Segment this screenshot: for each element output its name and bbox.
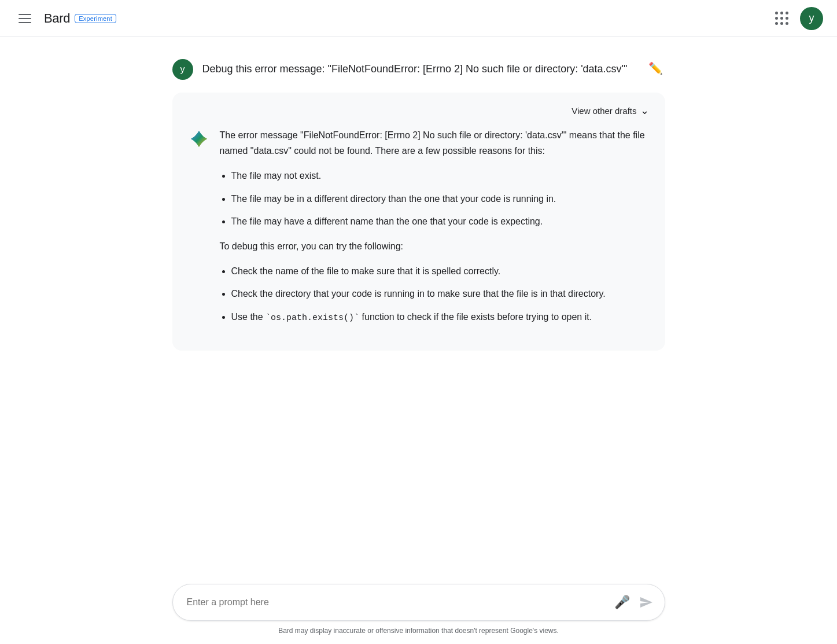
experiment-badge: Experiment bbox=[75, 14, 116, 23]
edit-icon[interactable]: ✏️ bbox=[646, 59, 665, 78]
send-icon bbox=[639, 595, 653, 609]
user-avatar: y bbox=[172, 59, 193, 80]
view-other-drafts-button[interactable]: View other drafts ⌄ bbox=[571, 104, 648, 117]
microphone-icon[interactable]: 🎤 bbox=[610, 593, 635, 612]
send-button[interactable] bbox=[635, 593, 655, 612]
list-item: The file may not exist. bbox=[231, 168, 649, 183]
main-content: y Debug this error message: "FileNotFoun… bbox=[158, 37, 679, 432]
view-drafts-label: View other drafts bbox=[571, 106, 636, 116]
response-body: The error message "FileNotFoundError: [E… bbox=[220, 127, 649, 334]
debug-steps-list: Check the name of the file to make sure … bbox=[231, 263, 649, 325]
hamburger-menu-icon[interactable] bbox=[14, 9, 36, 28]
debug-intro: To debug this error, you can try the fol… bbox=[220, 238, 649, 254]
list-item: The file may have a different name than … bbox=[231, 214, 649, 229]
list-item: Check the name of the file to make sure … bbox=[231, 263, 649, 279]
chevron-down-icon: ⌄ bbox=[640, 104, 649, 117]
user-avatar-header[interactable]: y bbox=[800, 7, 823, 30]
brand-area: Bard Experiment bbox=[44, 11, 116, 26]
header: Bard Experiment y bbox=[0, 0, 837, 37]
header-right: y bbox=[770, 7, 823, 30]
list-item: Use the `os.path.exists()` function to c… bbox=[231, 309, 649, 326]
brand-name: Bard bbox=[44, 11, 70, 26]
disclaimer-text: Bard may display inaccurate or offensive… bbox=[172, 627, 665, 639]
google-apps-icon[interactable] bbox=[770, 7, 793, 30]
response-area: View other drafts ⌄ The error message "F bbox=[172, 93, 665, 351]
list-item: Check the directory that your code is ru… bbox=[231, 286, 649, 301]
input-container: 🎤 Bard may display inaccurate or offensi… bbox=[158, 584, 679, 639]
reasons-list: The file may not exist. The file may be … bbox=[231, 168, 649, 229]
bard-response-row: The error message "FileNotFoundError: [E… bbox=[189, 127, 649, 334]
bard-gem-icon bbox=[189, 128, 209, 149]
prompt-input[interactable] bbox=[187, 597, 610, 608]
response-intro: The error message "FileNotFoundError: [E… bbox=[220, 127, 649, 159]
view-drafts-row: View other drafts ⌄ bbox=[189, 104, 649, 117]
list-item: The file may be in a different directory… bbox=[231, 191, 649, 207]
code-snippet: `os.path.exists()` bbox=[266, 313, 359, 323]
user-message-row: y Debug this error message: "FileNotFoun… bbox=[172, 49, 665, 90]
input-area-wrapper: 🎤 Bard may display inaccurate or offensi… bbox=[0, 575, 837, 644]
input-box: 🎤 bbox=[172, 584, 665, 621]
header-left: Bard Experiment bbox=[14, 9, 116, 28]
user-message-text: Debug this error message: "FileNotFoundE… bbox=[202, 59, 637, 77]
